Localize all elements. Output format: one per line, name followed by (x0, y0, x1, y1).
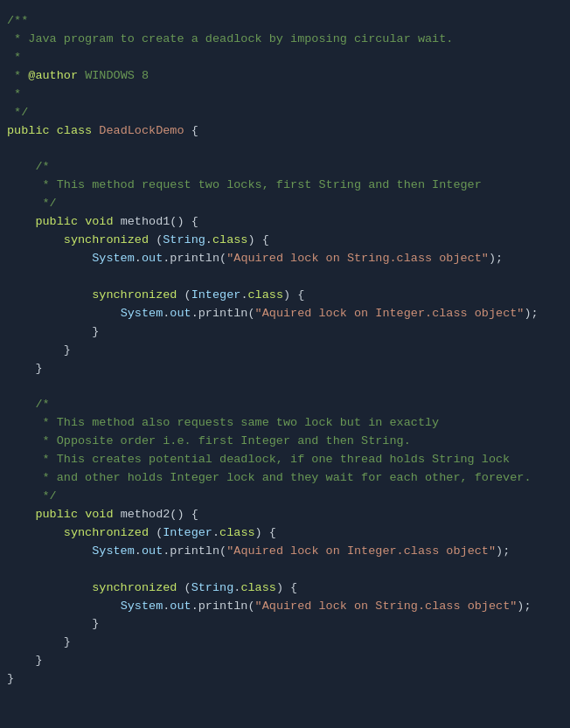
line-25: * This creates potential deadlock, if on… (0, 451, 570, 469)
line-2: * Java program to create a deadlock by i… (0, 31, 570, 49)
line-18: } (0, 323, 570, 342)
line-15 (0, 268, 570, 287)
line-9: /* (0, 158, 570, 177)
line-29: synchronized (Integer.class) { (0, 524, 570, 543)
line-33: System.out.println("Aquired lock on Stri… (0, 598, 570, 616)
line-19: } (0, 342, 570, 360)
line-14: System.out.println("Aquired lock on Stri… (0, 250, 570, 268)
line-24: * Opposite order i.e. first Integer and … (0, 433, 570, 451)
line-26: * and other holds Integer lock and they … (0, 469, 570, 488)
line-20: } (0, 360, 570, 378)
line-37: } (0, 670, 570, 689)
code-editor: /** * Java program to create a deadlock … (0, 9, 570, 692)
line-16: synchronized (Integer.class) { (0, 287, 570, 305)
line-17: System.out.println("Aquired lock on Inte… (0, 305, 570, 323)
line-34: } (0, 615, 570, 634)
line-6: */ (0, 104, 570, 122)
line-23: * This method also requests same two loc… (0, 414, 570, 433)
line-30: System.out.println("Aquired lock on Inte… (0, 543, 570, 561)
line-36: } (0, 652, 570, 670)
line-4: * @author WINDOWS 8 (0, 67, 570, 86)
line-35: } (0, 634, 570, 652)
line-7: public class DeadLockDemo { (0, 122, 570, 141)
line-27: */ (0, 488, 570, 506)
line-13: synchronized (String.class) { (0, 232, 570, 250)
line-1: /** (0, 12, 570, 31)
line-5: * (0, 86, 570, 104)
line-10: * This method request two locks, first S… (0, 177, 570, 195)
line-28: public void method2() { (0, 506, 570, 524)
line-3: * (0, 49, 570, 67)
line-31 (0, 561, 570, 579)
line-22: /* (0, 396, 570, 414)
line-32: synchronized (String.class) { (0, 579, 570, 598)
line-12: public void method1() { (0, 213, 570, 232)
line-11: */ (0, 195, 570, 213)
line-21 (0, 378, 570, 396)
line-8 (0, 140, 570, 158)
